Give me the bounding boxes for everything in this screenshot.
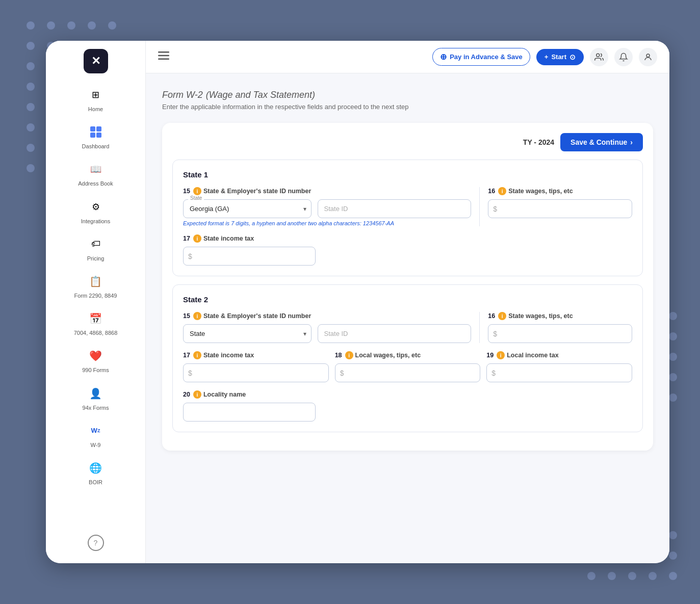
state2-field16-input-wrap: $ xyxy=(488,324,632,343)
state1-field17-label: 17 i State income tax xyxy=(183,234,316,243)
state2-field15-label: 15 i State & Employer's state ID number xyxy=(183,312,471,320)
state2-field20-group: 20 i Locality name xyxy=(183,390,316,422)
bell-button[interactable] xyxy=(614,48,633,66)
sidebar-item-dashboard[interactable]: Dashboard xyxy=(53,119,139,154)
sidebar-item-form7004[interactable]: 📅 7004, 4868, 8868 xyxy=(53,305,139,340)
sidebar-item-boir[interactable]: 🌐 BOIR xyxy=(53,455,139,490)
svg-rect-60 xyxy=(90,133,95,138)
state1-field16-dollar-prefix: $ xyxy=(493,205,497,213)
state1-field16-input-wrap: $ xyxy=(488,199,632,218)
state2-field19-info-icon[interactable]: i xyxy=(497,351,505,359)
start-button[interactable]: + Start ⊙ xyxy=(536,49,584,65)
state1-section: State 1 15 i State & Employer's state ID… xyxy=(172,160,643,276)
svg-point-52 xyxy=(669,552,677,560)
contacts-button[interactable] xyxy=(590,48,608,66)
svg-point-56 xyxy=(649,572,657,580)
form-card: TY - 2024 Save & Continue › State 1 xyxy=(162,123,653,451)
state2-field16-info-icon[interactable]: i xyxy=(498,312,506,320)
main-container: ✕ ⊞ Home Dashboard 📖 Address Book ⚙ Inte… xyxy=(46,41,669,563)
sidebar-label-home: Home xyxy=(88,106,103,113)
form7004-icon: 📅 xyxy=(87,309,105,328)
svg-point-4 xyxy=(108,21,116,30)
sidebar: ✕ ⊞ Home Dashboard 📖 Address Book ⚙ Inte… xyxy=(46,41,146,563)
state1-field17-info-icon[interactable]: i xyxy=(193,234,201,243)
state1-field16-info-icon[interactable]: i xyxy=(498,187,506,195)
state1-field15-group: 15 i State & Employer's state ID number … xyxy=(183,187,480,226)
state2-field19-group: 19 i Local income tax $ xyxy=(486,351,632,382)
svg-point-54 xyxy=(608,572,616,580)
state1-field16-input[interactable] xyxy=(488,199,632,218)
sidebar-label-form2290: Form 2290, 8849 xyxy=(74,293,117,299)
state2-field18-info-icon[interactable]: i xyxy=(345,351,353,359)
state2-state-id-input[interactable] xyxy=(318,324,472,343)
sidebar-label-form990: 990 Forms xyxy=(82,367,109,374)
state2-field19-input-wrap: $ xyxy=(486,363,632,382)
form990-icon: ❤️ xyxy=(87,347,105,365)
state2-field20-row: 20 i Locality name xyxy=(183,390,632,422)
state2-field17-info-icon[interactable]: i xyxy=(193,351,201,359)
state2-field19-input[interactable] xyxy=(486,363,632,382)
state2-field20-info-icon[interactable]: i xyxy=(193,390,201,399)
sidebar-item-w9[interactable]: WZ W-9 xyxy=(53,417,139,453)
sidebar-label-boir: BOIR xyxy=(89,479,102,486)
state1-field15-label: 15 i State & Employer's state ID number xyxy=(183,187,471,195)
state1-field16-label: 16 i State wages, tips, etc xyxy=(488,187,632,195)
state2-field15-group: 15 i State & Employer's state ID number … xyxy=(183,312,480,343)
sidebar-item-address-book[interactable]: 📖 Address Book xyxy=(53,156,139,191)
svg-rect-64 xyxy=(158,59,169,60)
state1-state-dropdown-wrap: State Georgia (GA) ▾ xyxy=(183,199,312,218)
ty-label: TY - 2024 xyxy=(523,138,554,146)
state1-format-hint: Expected format is 7 digits, a hyphen an… xyxy=(183,220,471,226)
sidebar-item-help[interactable]: ? xyxy=(53,531,139,555)
state2-state-dropdown-wrap: State ▾ xyxy=(183,324,312,343)
state1-state-id-wrap xyxy=(318,199,472,218)
state1-state-select[interactable]: Georgia (GA) xyxy=(183,199,312,218)
pay-advance-button[interactable]: ⊕ Pay in Advance & Save xyxy=(432,48,530,66)
state1-state-id-sub-row: State Georgia (GA) ▾ xyxy=(183,199,471,218)
user-button[interactable] xyxy=(639,48,657,66)
sidebar-item-integrations[interactable]: ⚙ Integrations xyxy=(53,194,139,229)
state2-field15-info-icon[interactable]: i xyxy=(193,312,201,320)
app-logo[interactable]: ✕ xyxy=(84,49,108,73)
svg-rect-59 xyxy=(96,126,101,132)
state2-field16-group: 16 i State wages, tips, etc $ xyxy=(480,312,632,343)
state1-state-id-input[interactable] xyxy=(318,199,472,218)
page-content: Form W-2 (Wage and Tax Statement) Enter … xyxy=(146,73,669,563)
page-subtitle: Enter the applicable information in the … xyxy=(162,103,653,111)
header-left xyxy=(158,51,169,62)
sidebar-item-form2290[interactable]: 📋 Form 2290, 8849 xyxy=(53,268,139,303)
state2-state-id-sub-row: State ▾ xyxy=(183,324,471,343)
save-continue-button[interactable]: Save & Continue › xyxy=(560,133,643,151)
svg-rect-63 xyxy=(158,55,169,57)
state2-field18-input[interactable] xyxy=(335,363,481,382)
svg-point-15 xyxy=(27,144,35,152)
boir-icon: 🌐 xyxy=(87,459,105,477)
sidebar-item-form990[interactable]: ❤️ 990 Forms xyxy=(53,343,139,378)
hamburger-icon[interactable] xyxy=(158,51,169,62)
state2-state-select[interactable]: State xyxy=(183,324,312,343)
svg-point-1 xyxy=(47,21,55,30)
plus-circle-icon: ⊕ xyxy=(440,52,447,62)
sidebar-item-home[interactable]: ⊞ Home xyxy=(53,82,139,117)
state2-field16-input[interactable] xyxy=(488,324,632,343)
state2-section: State 2 15 i State & Employer's state ID… xyxy=(172,284,643,432)
state2-field17-group: 17 i State income tax $ xyxy=(183,351,329,382)
state2-field20-input[interactable] xyxy=(183,403,316,422)
state1-field17-group: 17 i State income tax $ xyxy=(183,234,316,266)
state2-field18-group: 18 i Local wages, tips, etc $ xyxy=(335,351,481,382)
state2-field17-input[interactable] xyxy=(183,363,329,382)
save-continue-label: Save & Continue xyxy=(571,138,627,146)
sidebar-item-form94x[interactable]: 👤 94x Forms xyxy=(53,380,139,415)
state2-field18-label: 18 i Local wages, tips, etc xyxy=(335,351,481,359)
state1-field17-input[interactable] xyxy=(183,247,316,266)
w9-icon: WZ xyxy=(87,422,105,440)
state1-field15-info-icon[interactable]: i xyxy=(193,187,201,195)
state2-state-id-wrap xyxy=(318,324,472,343)
state1-field17-input-wrap: $ xyxy=(183,247,316,266)
svg-point-13 xyxy=(27,123,35,132)
state2-field18-input-wrap: $ xyxy=(335,363,481,382)
sidebar-item-pricing[interactable]: 🏷 Pricing xyxy=(53,231,139,266)
sidebar-label-integrations: Integrations xyxy=(81,218,110,225)
svg-point-9 xyxy=(27,83,35,91)
sidebar-label-address-book: Address Book xyxy=(78,180,113,187)
